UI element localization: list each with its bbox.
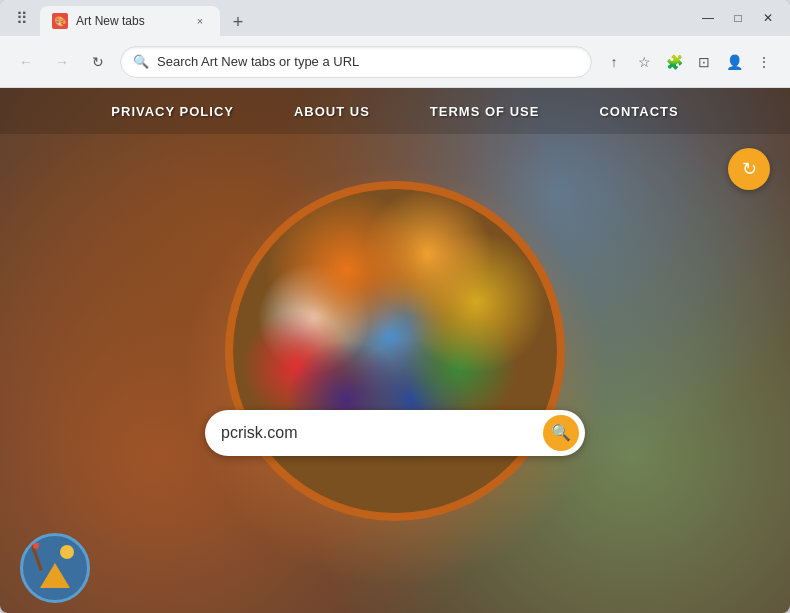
address-bar: ← → ↻ 🔍 Search Art New tabs or type a UR… — [0, 36, 790, 88]
extensions-button[interactable]: 🧩 — [660, 48, 688, 76]
search-input[interactable] — [221, 424, 543, 442]
tab-favicon: 🎨 — [52, 13, 68, 29]
refresh-icon: ↻ — [742, 158, 757, 180]
search-icon: 🔍 — [551, 423, 571, 442]
search-container: 🔍 — [205, 410, 585, 456]
search-icon: 🔍 — [133, 54, 149, 69]
tab-bar: 🎨 Art New tabs × + — [40, 0, 690, 36]
paint-area — [233, 189, 557, 513]
window-controls: — □ ✕ — [694, 4, 782, 32]
forward-button[interactable]: → — [48, 48, 76, 76]
nav-terms-of-use[interactable]: TERMS OF USE — [430, 104, 540, 119]
url-text: Search Art New tabs or type a URL — [157, 54, 579, 69]
more-menu-button[interactable]: ⋮ — [750, 48, 778, 76]
tab-title: Art New tabs — [76, 14, 184, 28]
mountain-icon — [40, 563, 70, 588]
site-logo — [20, 533, 90, 603]
reload-button[interactable]: ↻ — [84, 48, 112, 76]
bookmark-button[interactable]: ☆ — [630, 48, 658, 76]
address-bar-actions: ↑ ☆ 🧩 ⊡ 👤 ⋮ — [600, 48, 778, 76]
logo-inner — [30, 543, 80, 593]
window-menu-button[interactable]: ⠿ — [8, 4, 36, 32]
share-button[interactable]: ↑ — [600, 48, 628, 76]
palette-circle — [225, 181, 565, 521]
title-bar-left: ⠿ — [8, 4, 36, 32]
active-tab[interactable]: 🎨 Art New tabs × — [40, 6, 220, 36]
nav-privacy-policy[interactable]: PRIVACY POLICY — [111, 104, 234, 119]
floating-refresh-button[interactable]: ↻ — [728, 148, 770, 190]
nav-contacts[interactable]: CONTACTS — [599, 104, 678, 119]
brush-tip-icon — [33, 543, 39, 549]
back-button[interactable]: ← — [12, 48, 40, 76]
split-screen-button[interactable]: ⊡ — [690, 48, 718, 76]
web-content: PRIVACY POLICY ABOUT US TERMS OF USE CON… — [0, 88, 790, 613]
minimize-button[interactable]: — — [694, 4, 722, 32]
browser-window: ⠿ 🎨 Art New tabs × + — □ ✕ ← → ↻ 🔍 Searc… — [0, 0, 790, 613]
title-bar: ⠿ 🎨 Art New tabs × + — □ ✕ — [0, 0, 790, 36]
site-navigation: PRIVACY POLICY ABOUT US TERMS OF USE CON… — [0, 88, 790, 134]
tab-close-button[interactable]: × — [192, 13, 208, 29]
nav-about-us[interactable]: ABOUT US — [294, 104, 370, 119]
maximize-button[interactable]: □ — [724, 4, 752, 32]
profile-button[interactable]: 👤 — [720, 48, 748, 76]
new-tab-button[interactable]: + — [224, 8, 252, 36]
search-bar: 🔍 — [205, 410, 585, 456]
sun-icon — [60, 545, 74, 559]
close-button[interactable]: ✕ — [754, 4, 782, 32]
url-bar[interactable]: 🔍 Search Art New tabs or type a URL — [120, 46, 592, 78]
search-button[interactable]: 🔍 — [543, 415, 579, 451]
